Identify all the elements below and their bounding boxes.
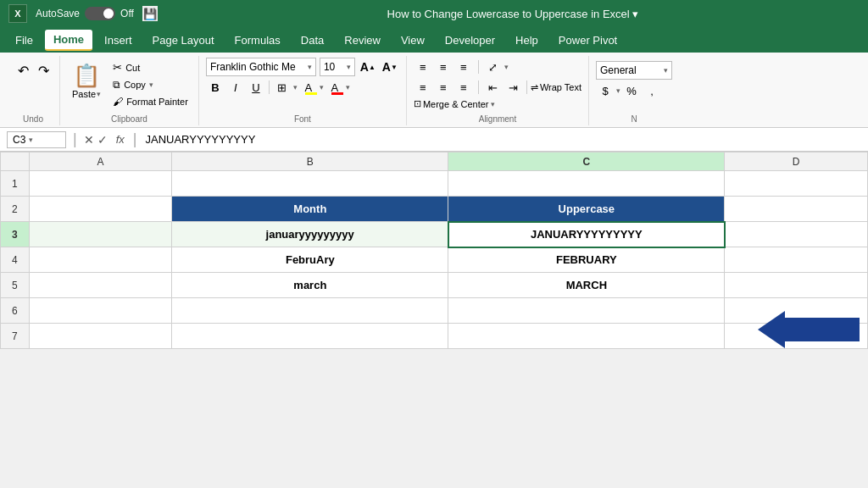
cell-a7[interactable]	[29, 324, 172, 349]
align-right-button[interactable]: ≡	[454, 78, 473, 97]
align-top-right-button[interactable]: ≡	[454, 58, 473, 76]
copy-button[interactable]: ⧉ Copy ▾	[109, 77, 192, 92]
col-header-b[interactable]: B	[172, 152, 448, 171]
italic-button[interactable]: I	[226, 78, 245, 97]
arrow-body	[785, 318, 860, 341]
cell-a2[interactable]	[29, 197, 172, 222]
menu-bar: File Home Insert Page Layout Formulas Da…	[0, 27, 868, 53]
indent-decrease-button[interactable]: ⇤	[484, 78, 503, 97]
align-left-button[interactable]: ≡	[414, 78, 432, 97]
formula-separator: |	[133, 130, 137, 148]
row-header-7[interactable]: 7	[1, 324, 30, 349]
cell-a5[interactable]	[29, 273, 172, 298]
ribbon-alignment-group: ≡ ≡ ≡ ⤢ ▾ ≡ ≡ ≡ ⇤ ⇥ ⇌ Wrap Text	[407, 56, 589, 125]
percent-button[interactable]: %	[622, 81, 641, 100]
col-header-empty	[1, 152, 30, 171]
spreadsheet-table: A B C D 1 2 Month	[0, 152, 868, 349]
redo-button[interactable]: ↷	[34, 61, 53, 80]
autosave-toggle[interactable]	[85, 7, 115, 20]
fx-label: fx	[116, 133, 125, 146]
comma-button[interactable]: ,	[643, 81, 661, 100]
menu-page-layout[interactable]: Page Layout	[144, 30, 223, 50]
wrap-text-button[interactable]: ⇌ Wrap Text	[531, 82, 581, 93]
undo-button[interactable]: ↶	[14, 61, 32, 80]
col-header-a[interactable]: A	[29, 152, 172, 171]
row-header-4[interactable]: 4	[1, 247, 30, 273]
window-title: How to Change Lowercase to Uppercase in …	[166, 8, 860, 20]
menu-insert[interactable]: Insert	[96, 30, 141, 50]
font-name-selector[interactable]: Franklin Gothic Me ▾	[206, 58, 316, 76]
menu-file[interactable]: File	[7, 30, 42, 50]
cell-d5[interactable]	[725, 273, 868, 298]
excel-logo: X	[8, 4, 27, 23]
cell-ref-dropdown[interactable]: ▾	[29, 136, 33, 144]
bold-button[interactable]: B	[206, 78, 225, 97]
menu-view[interactable]: View	[392, 30, 433, 50]
align-top-left-button[interactable]: ≡	[414, 58, 432, 76]
cell-b4[interactable]: FebruAry	[172, 247, 448, 273]
cell-b6[interactable]	[172, 298, 448, 324]
title-bar: X AutoSave Off 💾 How to Change Lowercase…	[0, 0, 868, 27]
font-color-button[interactable]: A	[326, 78, 344, 97]
menu-power-pivot[interactable]: Power Pivot	[550, 30, 626, 50]
cell-c1[interactable]	[448, 171, 725, 197]
confirm-formula-button[interactable]: ✓	[97, 133, 108, 147]
cell-c6[interactable]	[448, 298, 725, 324]
cell-d1[interactable]	[725, 171, 868, 197]
borders-button[interactable]: ⊞	[273, 78, 292, 97]
cell-b5[interactable]: march	[172, 273, 448, 298]
cell-c7[interactable]	[448, 324, 725, 349]
indent-increase-button[interactable]: ⇥	[504, 78, 523, 97]
font-group-label: Font	[206, 111, 399, 124]
menu-help[interactable]: Help	[507, 30, 547, 50]
cell-d2[interactable]	[725, 197, 868, 222]
ribbon-undo-group: ↶ ↷ Undo	[7, 56, 60, 125]
align-center-button[interactable]: ≡	[434, 78, 453, 97]
menu-review[interactable]: Review	[336, 30, 389, 50]
increase-font-button[interactable]: A▲	[359, 58, 377, 76]
cell-c4[interactable]: FEBRUARY	[448, 247, 725, 273]
cell-a4[interactable]	[29, 247, 172, 273]
cell-b2[interactable]: Month	[172, 197, 448, 222]
cut-button[interactable]: ✂ Cut	[109, 59, 192, 75]
currency-button[interactable]: $	[596, 81, 615, 100]
fill-color-button[interactable]: A	[299, 78, 318, 97]
menu-formulas[interactable]: Formulas	[226, 30, 289, 50]
row-header-3[interactable]: 3	[1, 222, 30, 247]
menu-home[interactable]: Home	[45, 30, 92, 51]
font-size-selector[interactable]: 10 ▾	[320, 58, 355, 76]
cell-a3[interactable]	[29, 222, 172, 247]
cell-c5[interactable]: MARCH	[448, 273, 725, 298]
cell-b7[interactable]	[172, 324, 448, 349]
format-painter-button[interactable]: 🖌 Format Painter	[109, 94, 192, 109]
row-header-2[interactable]: 2	[1, 197, 30, 222]
formula-bar: C3 ▾ | ✕ ✓ fx | JANUARYYYYYYYYY	[0, 128, 868, 152]
number-format-selector[interactable]: General ▾	[596, 61, 672, 80]
row-header-1[interactable]: 1	[1, 171, 30, 197]
cell-d4[interactable]	[725, 247, 868, 273]
merge-center-button[interactable]: ⊡ Merge & Center ▾	[414, 98, 495, 109]
align-top-center-button[interactable]: ≡	[434, 58, 453, 76]
cell-d3[interactable]	[725, 222, 868, 247]
formula-content[interactable]: JANUARYYYYYYYYY	[146, 133, 256, 146]
col-header-d[interactable]: D	[725, 152, 868, 171]
cell-b3[interactable]: januaryyyyyyyyy	[172, 222, 448, 247]
menu-developer[interactable]: Developer	[437, 30, 504, 50]
decrease-font-button[interactable]: A▼	[381, 58, 399, 76]
cell-c2[interactable]: Uppercase	[448, 197, 725, 222]
cell-a1[interactable]	[29, 171, 172, 197]
save-icon[interactable]: 💾	[142, 6, 158, 21]
cell-b1[interactable]	[172, 171, 448, 197]
cancel-formula-button[interactable]: ✕	[84, 133, 94, 147]
rotate-text-button[interactable]: ⤢	[484, 58, 503, 76]
row-header-5[interactable]: 5	[1, 273, 30, 298]
cell-a6[interactable]	[29, 298, 172, 324]
cell-reference-box[interactable]: C3 ▾	[7, 131, 66, 148]
row-header-6[interactable]: 6	[1, 298, 30, 324]
col-header-c[interactable]: C	[448, 152, 725, 171]
menu-data[interactable]: Data	[292, 30, 332, 50]
arrow-head	[758, 311, 785, 348]
underline-button[interactable]: U	[247, 78, 265, 97]
paste-button[interactable]: 📋 Paste ▾	[67, 59, 106, 109]
cell-c3[interactable]: JANUARYYYYYYYYY	[448, 222, 725, 247]
